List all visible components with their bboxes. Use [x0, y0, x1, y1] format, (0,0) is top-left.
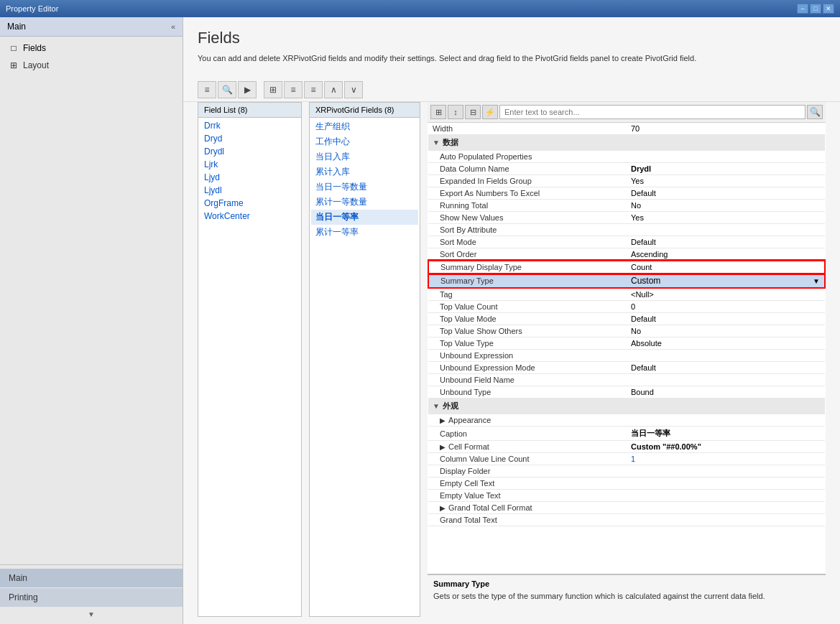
table-row: Display Folder: [428, 465, 825, 478]
dropdown-arrow-icon[interactable]: ▼: [813, 277, 820, 285]
prop-name: Sort Mode: [428, 236, 627, 248]
summary-type-dropdown[interactable]: Custom ▼: [631, 276, 820, 286]
table-row: Data Column Name Drydl: [428, 163, 825, 175]
prop-btn-collapse[interactable]: ⊟: [465, 105, 481, 119]
toolbar-btn-list[interactable]: ≡: [198, 81, 216, 98]
pivot-fields-header: XRPivotGrid Fields (8): [310, 103, 420, 118]
close-button[interactable]: ✕: [823, 4, 834, 14]
list-item[interactable]: 当日一等数量: [311, 180, 418, 195]
summary-display-type-row: Summary Display Type Count: [428, 261, 825, 274]
section-expand-icon[interactable]: ▼: [433, 139, 440, 146]
prop-btn-categories[interactable]: ⊞: [430, 105, 446, 119]
prop-value[interactable]: No: [627, 325, 825, 337]
scroll-down-icon[interactable]: ▼: [88, 610, 95, 618]
expand-icon[interactable]: ▶: [440, 443, 446, 451]
sidebar-footer-main[interactable]: Main: [0, 569, 183, 587]
list-item[interactable]: Ljydl: [200, 184, 300, 197]
prop-name: Grand Total Text: [428, 514, 627, 526]
toolbar-btn-grid[interactable]: ⊞: [264, 81, 282, 98]
list-item[interactable]: 累计一等数量: [311, 195, 418, 210]
list-item[interactable]: WorkCenter: [200, 210, 300, 223]
table-row: Top Value Show Others No: [428, 325, 825, 337]
prop-value[interactable]: [627, 514, 825, 526]
toolbar-btn-align1[interactable]: ≡: [284, 81, 303, 98]
prop-value[interactable]: Custom "##0.00%": [627, 441, 825, 453]
toolbar-btn-add[interactable]: ▶: [238, 81, 257, 98]
prop-value[interactable]: [627, 490, 825, 502]
list-item[interactable]: Ljrk: [200, 158, 300, 171]
prop-value[interactable]: Bound: [627, 386, 825, 399]
sidebar-item-fields[interactable]: □ Fields: [0, 39, 183, 57]
properties-table: Width 70 ▼数据 Auto Populated Properties: [428, 123, 826, 526]
list-item-selected[interactable]: 当日一等率: [311, 210, 418, 225]
list-item[interactable]: 当日入库: [311, 149, 418, 164]
prop-name: Unbound Expression Mode: [428, 362, 627, 374]
prop-search-button[interactable]: 🔍: [807, 105, 823, 119]
toolbar-btn-align2[interactable]: ≡: [304, 81, 323, 98]
prop-name: Display Folder: [428, 465, 627, 478]
prop-value[interactable]: [627, 465, 825, 478]
prop-value[interactable]: [627, 478, 825, 490]
table-row: ▶Cell Format Custom "##0.00%": [428, 441, 825, 453]
list-item[interactable]: 累计入库: [311, 164, 418, 180]
prop-value[interactable]: [627, 350, 825, 362]
list-item[interactable]: Ljyd: [200, 171, 300, 184]
sidebar-collapse-button[interactable]: «: [171, 22, 175, 31]
prop-value[interactable]: [627, 414, 825, 427]
prop-value[interactable]: [627, 374, 825, 386]
table-row: Expanded In Fields Group Yes: [428, 175, 825, 187]
section-expand-icon[interactable]: ▼: [433, 402, 440, 410]
toolbar-btn-down[interactable]: ∨: [344, 81, 363, 98]
prop-btn-lightning[interactable]: ⚡: [482, 105, 498, 119]
minimize-button[interactable]: –: [797, 4, 808, 14]
prop-name: Unbound Type: [428, 386, 627, 399]
prop-name: Data Column Name: [428, 163, 627, 175]
expand-icon[interactable]: ▶: [440, 504, 446, 512]
maximize-button[interactable]: □: [810, 4, 821, 14]
prop-table: Width 70 ▼数据 Auto Populated Properties: [428, 123, 826, 574]
prop-name: Sort Order: [428, 248, 627, 261]
prop-value[interactable]: Default: [627, 187, 825, 200]
prop-value[interactable]: 70: [627, 123, 825, 135]
prop-value[interactable]: Drydl: [627, 163, 825, 175]
sidebar-item-layout[interactable]: ⊞ Layout: [0, 57, 183, 74]
list-item[interactable]: 工作中心: [311, 134, 418, 149]
prop-value[interactable]: Count: [627, 261, 825, 274]
prop-value[interactable]: No: [627, 200, 825, 212]
prop-value[interactable]: [627, 224, 825, 236]
toolbar-btn-up[interactable]: ∧: [324, 81, 343, 98]
prop-value[interactable]: [627, 151, 825, 163]
prop-value[interactable]: Absolute: [627, 337, 825, 350]
list-item[interactable]: Drydl: [200, 145, 300, 158]
prop-name: Sort By Attribute: [428, 224, 627, 236]
list-item[interactable]: Dryd: [200, 132, 300, 145]
table-row: Unbound Field Name: [428, 374, 825, 386]
prop-value[interactable]: Default: [627, 313, 825, 325]
prop-value[interactable]: Ascending: [627, 248, 825, 261]
expand-icon[interactable]: ▶: [440, 416, 446, 424]
prop-toolbar: ⊞ ↕ ⊟ ⚡ 🔍: [428, 102, 826, 123]
prop-value[interactable]: Default: [627, 362, 825, 374]
prop-value[interactable]: Yes: [627, 212, 825, 224]
list-item[interactable]: Drrk: [200, 119, 300, 132]
list-item[interactable]: 生产组织: [311, 119, 418, 134]
prop-value[interactable]: 当日一等率: [627, 427, 825, 441]
prop-value[interactable]: <Null>: [627, 288, 825, 301]
prop-value[interactable]: Default: [627, 236, 825, 248]
prop-value[interactable]: 1: [627, 453, 825, 465]
list-item[interactable]: OrgFrame: [200, 197, 300, 210]
prop-value[interactable]: Yes: [627, 175, 825, 187]
list-item[interactable]: 累计一等率: [311, 225, 418, 240]
toolbar-btn-search[interactable]: 🔍: [218, 81, 236, 98]
prop-name: Empty Value Text: [428, 490, 627, 502]
prop-value[interactable]: [627, 502, 825, 514]
table-row: Unbound Type Bound: [428, 386, 825, 399]
prop-name: Running Total: [428, 200, 627, 212]
prop-value[interactable]: 0: [627, 301, 825, 313]
sidebar-nav: □ Fields ⊞ Layout: [0, 37, 183, 304]
prop-name: Expanded In Fields Group: [428, 175, 627, 187]
sidebar-footer-printing[interactable]: Printing: [0, 588, 183, 607]
prop-btn-sort[interactable]: ↕: [448, 105, 463, 119]
prop-search-input[interactable]: [499, 105, 806, 119]
prop-value-summary-type[interactable]: Custom ▼: [627, 274, 825, 288]
